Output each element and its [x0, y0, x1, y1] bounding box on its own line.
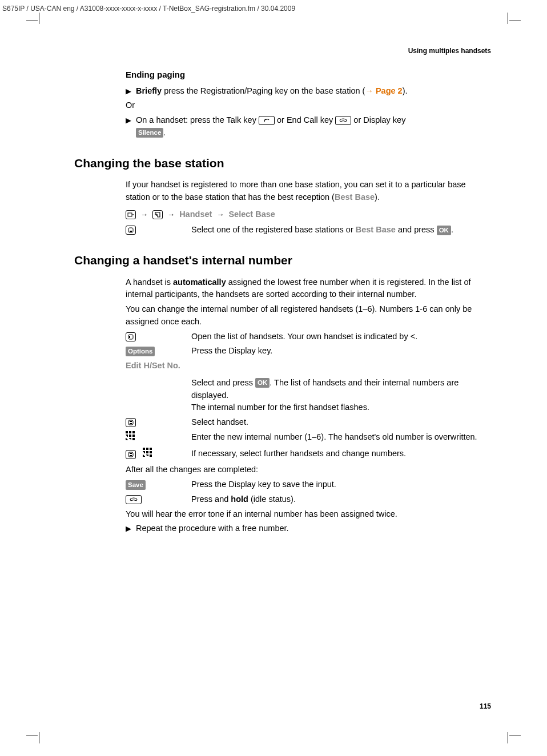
- bullet-triangle-icon: ▶: [126, 85, 136, 97]
- menu-item: Select Base: [228, 210, 275, 219]
- updown-key-icon: [126, 450, 136, 459]
- version-text: Version 8, 03.09.2008: [0, 689, 1, 750]
- bullet-item: ▶ On a handset: press the Talk key or En…: [126, 114, 485, 139]
- svg-rect-10: [129, 431, 131, 433]
- text: A handset is: [126, 278, 173, 287]
- instruction-text: Press the Display key.: [191, 345, 485, 357]
- instruction-row: Open the list of handsets. Your own hand…: [126, 331, 485, 343]
- section-header: Using multiples handsets: [408, 46, 491, 56]
- instruction-text: Enter the new internal number (1–6). The…: [191, 431, 485, 444]
- left-key-icon: [126, 332, 136, 341]
- ending-paging-heading: Ending paging: [126, 69, 485, 82]
- instruction-row: Press and hold (idle status).: [126, 493, 485, 506]
- instruction-row: Options Press the Display key.: [126, 345, 485, 357]
- menu-item-label: Edit H/Set No.: [126, 360, 485, 372]
- svg-rect-20: [130, 455, 132, 456]
- crop-mark: [509, 21, 521, 21]
- svg-rect-13: [129, 435, 131, 437]
- key-icon-cell: [126, 493, 191, 506]
- updown-key-icon: [126, 418, 136, 427]
- bullet-text: Repeat the procedure with a free number.: [136, 522, 485, 535]
- keypad-icon: [126, 431, 136, 445]
- ok-softkey: OK: [255, 378, 270, 388]
- text: ).: [375, 192, 380, 202]
- crop-mark: [508, 732, 508, 743]
- menu-path: → → Handset → Select Base: [126, 208, 485, 221]
- changing-base-heading: Changing the base station: [74, 154, 485, 172]
- arrow-icon: →: [216, 209, 224, 220]
- bullet-item: ▶ Briefly press the Registration/Paging …: [126, 85, 485, 98]
- instruction-row: Select handset.: [126, 416, 485, 429]
- text: Select one of the registered base statio…: [191, 225, 356, 234]
- bullet-item: ▶ Repeat the procedure with a free numbe…: [126, 522, 485, 535]
- text-bold: hold: [231, 494, 248, 504]
- svg-rect-9: [126, 431, 128, 433]
- key-icon-cell: [126, 331, 191, 343]
- paragraph: You can change the internal number of al…: [126, 303, 485, 328]
- instruction-text: Select and press OK. The list of handset…: [191, 377, 485, 414]
- page-ref-text: Page 2: [373, 86, 403, 95]
- bullet-text: Briefly press the Registration/Paging ke…: [136, 85, 485, 98]
- text: Press and: [191, 494, 231, 504]
- instruction-text: Select handset.: [191, 416, 485, 429]
- crop-mark: [39, 732, 39, 743]
- save-softkey: Save: [126, 480, 146, 490]
- svg-rect-8: [130, 423, 132, 424]
- page-ref-link[interactable]: → Page 2: [365, 86, 402, 95]
- text: press the Registration/Paging key on the…: [162, 86, 365, 95]
- instruction-text: Press and hold (idle status).: [191, 493, 485, 506]
- svg-rect-21: [143, 448, 145, 450]
- instruction-text: If necessary, select further handsets an…: [191, 448, 485, 460]
- svg-rect-17: [132, 438, 135, 440]
- menu-item: Handset: [179, 210, 212, 219]
- bullet-text: On a handset: press the Talk key or End …: [136, 114, 485, 139]
- key-icon-cell: [126, 224, 191, 236]
- text: or Display key: [353, 115, 405, 124]
- page-number: 115: [480, 701, 491, 711]
- svg-rect-26: [150, 451, 152, 453]
- key-icon-cell: Save: [126, 478, 191, 491]
- arrow-icon: →: [167, 209, 175, 220]
- crop-mark: [26, 735, 38, 735]
- instruction-row: If necessary, select further handsets an…: [126, 448, 485, 462]
- instruction-text: Press the Display key to save the input.: [191, 478, 485, 491]
- paragraph: If your handset is registered to more th…: [126, 179, 485, 204]
- end-call-key-icon: [126, 495, 142, 504]
- talk-key-icon: [259, 116, 275, 125]
- text-bold: automatically: [173, 278, 226, 287]
- instruction-row: Select and press OK. The list of handset…: [126, 377, 485, 414]
- page-content: Ending paging ▶ Briefly press the Regist…: [74, 69, 485, 537]
- text: If your handset is registered to more th…: [126, 180, 466, 202]
- instruction-row: Save Press the Display key to save the i…: [126, 478, 485, 491]
- doc-header-path: S675IP / USA-CAN eng / A31008-xxxx-xxxx-…: [2, 3, 295, 14]
- text: (idle status).: [248, 494, 296, 504]
- ui-term: Best Base: [335, 192, 375, 202]
- svg-rect-19: [130, 453, 132, 454]
- text: .: [163, 128, 166, 137]
- key-icon-cell: [126, 416, 191, 429]
- instruction-row: Enter the new internal number (1–6). The…: [126, 431, 485, 445]
- svg-rect-0: [128, 213, 132, 216]
- changing-number-heading: Changing a handset's internal number: [74, 251, 485, 270]
- svg-rect-11: [132, 431, 135, 433]
- instruction-text: Select one of the registered base statio…: [191, 224, 485, 236]
- text-bold: Briefly: [136, 86, 162, 95]
- svg-point-1: [132, 214, 134, 215]
- text: ).: [403, 86, 408, 95]
- key-icon-cell: [126, 448, 191, 462]
- svg-rect-7: [130, 421, 132, 422]
- or-text: Or: [126, 99, 485, 112]
- text: The internal number for the first handse…: [191, 403, 369, 412]
- bullet-triangle-icon: ▶: [126, 522, 136, 534]
- keypad-icon: [143, 448, 153, 462]
- key-icon-cell: Options: [126, 345, 191, 357]
- crop-mark: [39, 13, 39, 24]
- svg-rect-25: [146, 451, 148, 453]
- paragraph: A handset is automatically assigned the …: [126, 276, 485, 301]
- svg-rect-14: [132, 435, 135, 437]
- text: or End Call key: [277, 115, 335, 124]
- svg-rect-3: [130, 231, 132, 232]
- ui-term: Best Base: [356, 225, 396, 234]
- paragraph: You will hear the error tone if an inter…: [126, 508, 485, 521]
- text: On a handset: press the Talk key: [136, 115, 259, 124]
